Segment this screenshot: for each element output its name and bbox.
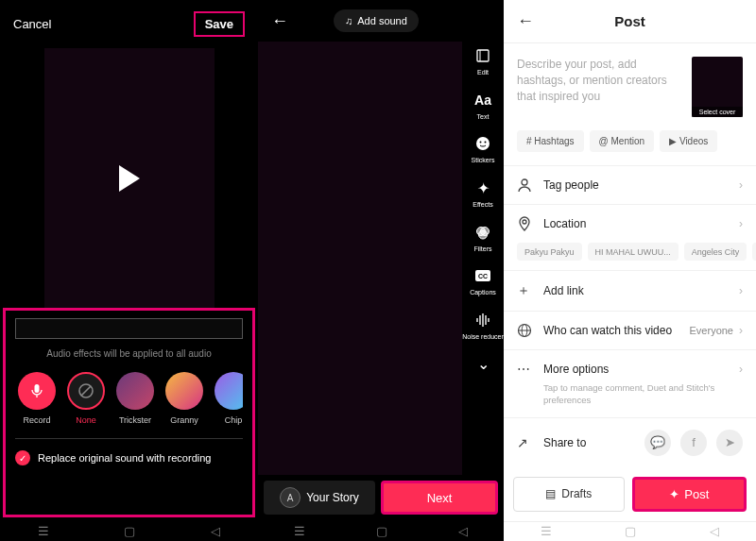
location-chip[interactable]: Angeles City xyxy=(684,243,747,261)
facebook-icon[interactable]: f xyxy=(680,430,707,456)
top-bar: Cancel Save xyxy=(0,0,258,48)
tool-effects[interactable]: ✦Effects xyxy=(472,178,493,209)
video-preview[interactable] xyxy=(44,48,215,308)
location-row[interactable]: Location › xyxy=(504,204,756,243)
expand-tools[interactable]: ⌄ xyxy=(472,354,493,375)
cancel-button[interactable]: Cancel xyxy=(13,17,51,31)
tag-people-label: Tag people xyxy=(543,178,739,192)
stickers-icon xyxy=(472,133,493,154)
back-button[interactable]: ← xyxy=(517,11,534,31)
svg-rect-3 xyxy=(477,50,489,61)
description-section: Describe your post, add hashtags, or men… xyxy=(504,43,756,130)
svg-point-7 xyxy=(485,142,487,144)
recent-apps-icon[interactable]: ☰ xyxy=(541,524,552,538)
your-story-button[interactable]: A Your Story xyxy=(264,481,375,515)
effects-icon: ✦ xyxy=(472,178,493,198)
share-to-row: ↗ Share to 💬 f ➤ xyxy=(504,417,756,467)
effect-record[interactable]: Record xyxy=(15,372,59,425)
svg-point-19 xyxy=(523,220,526,224)
audio-effects-screen: Cancel Save Audio effects will be applie… xyxy=(0,0,258,541)
add-link-label: Add link xyxy=(543,284,739,297)
post-button[interactable]: ✦ Post xyxy=(632,477,747,512)
post-label: Post xyxy=(684,487,709,501)
effect-trickster[interactable]: Trickster xyxy=(113,372,157,425)
android-navbar: ☰ ▢ ◁ xyxy=(504,521,756,541)
granny-icon xyxy=(165,372,203,410)
home-icon[interactable]: ▢ xyxy=(124,524,135,538)
tool-filters[interactable]: Filters xyxy=(472,222,493,253)
effect-none[interactable]: None xyxy=(64,372,108,425)
top-bar: ← ♫ Add sound xyxy=(258,0,504,42)
tool-edit[interactable]: Edit xyxy=(472,45,493,76)
edit-icon xyxy=(472,45,493,66)
drafts-icon: ▤ xyxy=(545,487,556,500)
location-chip[interactable]: Pa xyxy=(752,243,756,261)
chevron-right-icon: › xyxy=(739,324,743,337)
edit-body: Edit AaText Stickers ✦Effects Filters CC… xyxy=(258,42,504,475)
checked-icon: ✓ xyxy=(15,450,30,465)
messenger-icon[interactable]: 💬 xyxy=(644,430,671,456)
description-input[interactable]: Describe your post, add hashtags, or men… xyxy=(517,57,682,117)
save-button[interactable]: Save xyxy=(194,11,245,37)
telegram-icon[interactable]: ➤ xyxy=(716,430,743,456)
globe-icon xyxy=(517,323,534,338)
back-nav-icon[interactable]: ◁ xyxy=(710,524,719,538)
add-link-row[interactable]: ＋ Add link › xyxy=(504,270,756,311)
video-canvas[interactable] xyxy=(258,42,462,475)
back-nav-icon[interactable]: ◁ xyxy=(211,524,220,538)
drafts-button[interactable]: ▤ Drafts xyxy=(513,477,625,512)
play-icon[interactable] xyxy=(119,165,140,192)
effect-label: Granny xyxy=(170,415,198,425)
svg-rect-0 xyxy=(35,384,40,393)
android-navbar: ☰ ▢ ◁ xyxy=(0,520,258,541)
effect-granny[interactable]: Granny xyxy=(163,372,206,425)
chevron-right-icon: › xyxy=(739,363,743,376)
privacy-label: Who can watch this video xyxy=(543,324,690,337)
recent-apps-icon[interactable]: ☰ xyxy=(38,524,49,538)
cover-selector[interactable]: Select cover xyxy=(692,57,743,117)
svg-point-10 xyxy=(479,230,488,239)
tool-noise-reducer[interactable]: Noise reducer xyxy=(462,310,504,341)
location-chip[interactable]: HI MAHAL UWUU... xyxy=(588,243,679,261)
back-button[interactable]: ← xyxy=(267,11,292,31)
hashtags-chip[interactable]: # Hashtags xyxy=(517,130,584,152)
back-nav-icon[interactable]: ◁ xyxy=(458,524,468,538)
select-cover-label: Select cover xyxy=(692,107,743,117)
avatar: A xyxy=(280,487,301,508)
share-icon: ↗ xyxy=(517,435,534,450)
chevron-right-icon: › xyxy=(739,217,743,230)
location-label: Location xyxy=(543,217,739,230)
videos-chip[interactable]: ▶ Videos xyxy=(660,130,717,152)
tool-captions[interactable]: CCCaptions xyxy=(470,265,496,296)
effect-chipmunk[interactable]: Chip xyxy=(212,372,243,425)
filters-icon xyxy=(472,222,493,243)
audio-waveform[interactable] xyxy=(15,318,243,339)
home-icon[interactable]: ▢ xyxy=(376,524,387,538)
share-to-label: Share to xyxy=(543,436,635,449)
tool-label: Captions xyxy=(470,289,496,296)
more-icon: ⋯ xyxy=(517,362,534,377)
recent-apps-icon[interactable]: ☰ xyxy=(294,524,305,538)
location-chip[interactable]: Pakyu Pakyu xyxy=(517,243,582,261)
replace-sound-label: Replace original sound with recording xyxy=(38,452,211,464)
suggestion-chips: # Hashtags @ Mention ▶ Videos xyxy=(504,130,756,165)
add-sound-button[interactable]: ♫ Add sound xyxy=(334,9,419,32)
sparkle-icon: ✦ xyxy=(669,487,679,501)
mention-chip[interactable]: @ Mention xyxy=(590,130,655,152)
tool-label: Effects xyxy=(472,201,492,209)
music-note-icon: ♫ xyxy=(345,15,352,26)
effect-label: None xyxy=(76,415,96,425)
effect-label: Trickster xyxy=(119,415,151,425)
next-button[interactable]: Next xyxy=(381,481,498,515)
tag-people-row[interactable]: Tag people › xyxy=(504,165,756,204)
tool-label: Edit xyxy=(477,69,489,76)
replace-sound-toggle[interactable]: ✓ Replace original sound with recording xyxy=(15,450,243,465)
home-icon[interactable]: ▢ xyxy=(625,524,636,538)
captions-icon: CC xyxy=(472,265,493,286)
tool-label: Text xyxy=(477,113,490,121)
plus-icon: ＋ xyxy=(517,282,534,299)
tool-stickers[interactable]: Stickers xyxy=(472,133,495,164)
tool-text[interactable]: AaText xyxy=(472,90,493,121)
privacy-row[interactable]: Who can watch this video Everyone › xyxy=(504,311,756,349)
divider xyxy=(15,438,243,439)
